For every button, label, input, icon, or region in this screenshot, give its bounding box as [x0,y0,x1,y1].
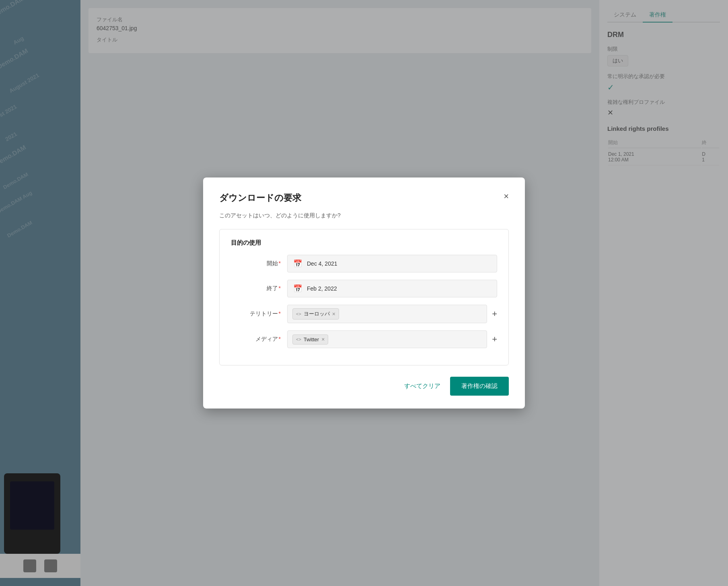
end-required: * [279,285,281,291]
form-section: 目的の使用 開始* 📅 Dec 4, 2021 終了* 📅 Feb 2, 2 [219,229,509,365]
modal-close-button[interactable]: × [504,192,509,201]
media-row: メディア* <> Twitter × + [231,330,497,348]
modal-title: ダウンロードの要求 [219,192,301,204]
start-date-input[interactable]: 📅 Dec 4, 2021 [287,255,497,272]
download-request-modal: ダウンロードの要求 × このアセットはいつ、どのように使用しますか? 目的の使用… [203,177,525,409]
confirm-button[interactable]: 著作権の確認 [450,377,509,396]
modal-footer: すべてクリア 著作権の確認 [219,377,509,396]
territory-add-button[interactable]: + [487,310,497,318]
territory-row: テリトリー* <> ヨーロッパ × + [231,305,497,323]
media-tag-value: Twitter [304,336,319,343]
media-tag-input[interactable]: <> Twitter × [287,330,487,348]
code-icon-media: <> [296,337,301,342]
start-row: 開始* 📅 Dec 4, 2021 [231,255,497,272]
territory-tag-input[interactable]: <> ヨーロッパ × [287,305,487,323]
territory-tag-value: ヨーロッパ [304,310,330,318]
modal-header: ダウンロードの要求 × [219,192,509,204]
calendar-icon-start: 📅 [293,259,302,268]
start-label: 開始* [231,260,287,267]
section-title: 目的の使用 [231,239,497,247]
media-label: メディア* [231,336,287,343]
end-label: 終了* [231,285,287,292]
territory-tag: <> ヨーロッパ × [292,308,339,320]
media-tag-remove[interactable]: × [321,336,325,342]
start-date-value: Dec 4, 2021 [307,260,337,267]
clear-button[interactable]: すべてクリア [404,382,440,390]
end-date-value: Feb 2, 2022 [307,285,337,292]
calendar-icon-end: 📅 [293,284,302,293]
modal-overlay: ダウンロードの要求 × このアセットはいつ、どのように使用しますか? 目的の使用… [0,0,728,586]
media-add-button[interactable]: + [487,335,497,344]
territory-tag-remove[interactable]: × [332,311,335,317]
code-icon: <> [296,312,301,316]
end-row: 終了* 📅 Feb 2, 2022 [231,280,497,297]
end-date-input[interactable]: 📅 Feb 2, 2022 [287,280,497,297]
modal-subtitle: このアセットはいつ、どのように使用しますか? [219,212,509,219]
territory-required: * [279,310,281,317]
territory-label: テリトリー* [231,310,287,318]
media-required: * [279,336,281,342]
start-required: * [279,260,281,266]
media-tag: <> Twitter × [292,334,328,345]
